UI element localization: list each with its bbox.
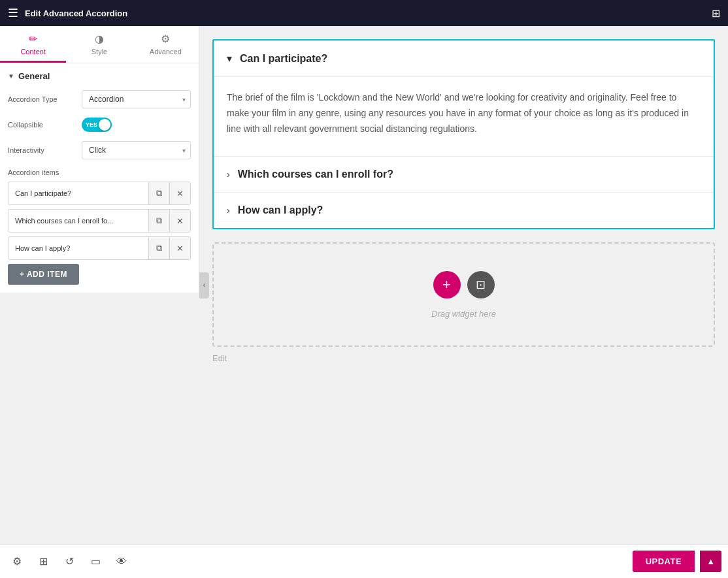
accordion-item-header-2[interactable]: › Which courses can I enroll for? (214, 157, 714, 192)
accordion-item-title-3: How can I apply? (238, 204, 323, 216)
collapsible-label: Collapsible (8, 121, 76, 129)
accordion-item-delete-2[interactable]: ✕ (169, 210, 190, 232)
accordion-chevron-right-icon-3: › (227, 205, 230, 216)
accordion-item-text-3: How can I apply? (8, 239, 148, 257)
accordion-item-row: Which courses can I enroll fo... ⧉ ✕ (8, 209, 191, 233)
settings-icon[interactable]: ⚙ (7, 551, 27, 572)
left-panel-wrapper: ✏ Content ◑ Style ⚙ Advanced ▼ General (0, 26, 199, 544)
accordion-item-title-2: Which courses can I enroll for? (238, 169, 393, 180)
tab-content[interactable]: ✏ Content (0, 26, 66, 63)
accordion-item-row: Can I participate? ⧉ ✕ (8, 182, 191, 205)
interactivity-select-wrapper: Click Hover ▾ (82, 141, 191, 159)
collapsible-row: Collapsible YES (8, 118, 191, 132)
update-arrow-button[interactable]: ▲ (700, 551, 721, 572)
accordion-item-copy-1[interactable]: ⧉ (148, 182, 169, 204)
drag-drop-buttons: + ⊡ (433, 271, 495, 298)
interactivity-label: Interactivity (8, 146, 76, 154)
interactivity-row: Interactivity Click Hover ▾ (8, 141, 191, 159)
accordion-item-delete-3[interactable]: ✕ (169, 237, 190, 259)
accordion-chevron-right-icon-2: › (227, 169, 230, 180)
tabs-bar: ✏ Content ◑ Style ⚙ Advanced (0, 26, 199, 63)
main-layout: ✏ Content ◑ Style ⚙ Advanced ▼ General (0, 26, 728, 544)
hamburger-icon[interactable]: ☰ (8, 6, 18, 20)
tab-style[interactable]: ◑ Style (66, 26, 132, 63)
add-item-button[interactable]: + ADD ITEM (8, 264, 79, 285)
collapse-handle[interactable]: ‹ (199, 272, 209, 298)
general-section-header: ▼ General (8, 71, 191, 81)
accordion-items-label: Accordion items (8, 169, 191, 176)
drag-drop-area: + ⊡ Drag widget here (212, 242, 715, 347)
right-content: ▾ Can I participate? The brief of the fi… (199, 26, 728, 544)
accordion-type-select-wrapper: Accordion Toggle ▾ (82, 90, 191, 108)
accordion-item-body-text-1: The brief of the film is 'Lockdown and t… (227, 92, 689, 134)
accordion-item-title-1: Can I participate? (240, 53, 327, 65)
layers-icon[interactable]: ⊞ (33, 551, 54, 572)
panel-content: ▼ General Accordion Type Accordion Toggl… (0, 63, 199, 293)
add-widget-button[interactable]: + (433, 271, 461, 298)
left-panel: ✏ Content ◑ Style ⚙ Advanced ▼ General (0, 26, 199, 293)
interactivity-select[interactable]: Click Hover (82, 141, 191, 159)
accordion-type-select[interactable]: Accordion Toggle (82, 90, 191, 108)
accordion-item-row: How can I apply? ⧉ ✕ (8, 236, 191, 260)
accordion-items-section: Accordion items Can I participate? ⧉ ✕ W… (8, 169, 191, 285)
collapsible-toggle[interactable]: YES (82, 118, 112, 132)
section-chevron-icon: ▼ (8, 72, 14, 80)
top-bar: ☰ Edit Advanced Accordion ⊞ (0, 0, 728, 26)
toggle-switch[interactable]: YES (82, 118, 112, 132)
accordion-item-text-1: Can I participate? (8, 184, 148, 202)
toggle-knob (99, 119, 110, 131)
accordion-item-copy-3[interactable]: ⧉ (148, 237, 169, 259)
accordion-item-body-1: The brief of the film is 'Lockdown and t… (214, 76, 714, 156)
update-button[interactable]: UPDATE (633, 551, 695, 572)
bottom-bar: ⚙ ⊞ ↺ ▭ 👁 UPDATE ▲ (0, 544, 728, 578)
advanced-icon: ⚙ (161, 33, 170, 45)
add-folder-button[interactable]: ⊡ (467, 271, 495, 298)
accordion-widget: ▾ Can I participate? The brief of the fi… (212, 39, 715, 229)
top-bar-left: ☰ Edit Advanced Accordion (8, 6, 127, 20)
section-title: General (18, 71, 50, 81)
accordion-item-text-2: Which courses can I enroll fo... (8, 212, 148, 230)
accordion-item-copy-2[interactable]: ⧉ (148, 210, 169, 232)
preview-icon[interactable]: 👁 (111, 551, 132, 572)
edit-link[interactable]: Edit (212, 347, 715, 370)
content-icon: ✏ (29, 33, 37, 45)
page-title: Edit Advanced Accordion (25, 8, 127, 18)
style-icon: ◑ (95, 33, 104, 45)
accordion-type-label: Accordion Type (8, 95, 76, 103)
tab-style-label: Style (91, 48, 107, 56)
accordion-item-header-3[interactable]: › How can I apply? (214, 193, 714, 228)
history-icon[interactable]: ↺ (59, 551, 80, 572)
tab-advanced[interactable]: ⚙ Advanced (133, 26, 199, 63)
accordion-item-delete-1[interactable]: ✕ (169, 182, 190, 204)
grid-icon[interactable]: ⊞ (712, 7, 720, 20)
accordion-item-header-1[interactable]: ▾ Can I participate? (214, 40, 714, 76)
tab-content-label: Content (20, 48, 46, 56)
device-icon[interactable]: ▭ (85, 551, 106, 572)
tab-advanced-label: Advanced (150, 48, 182, 56)
drag-drop-text: Drag widget here (431, 309, 496, 319)
accordion-chevron-down-icon: ▾ (227, 52, 232, 65)
accordion-type-row: Accordion Type Accordion Toggle ▾ (8, 90, 191, 108)
toggle-yes-label: YES (86, 121, 97, 128)
